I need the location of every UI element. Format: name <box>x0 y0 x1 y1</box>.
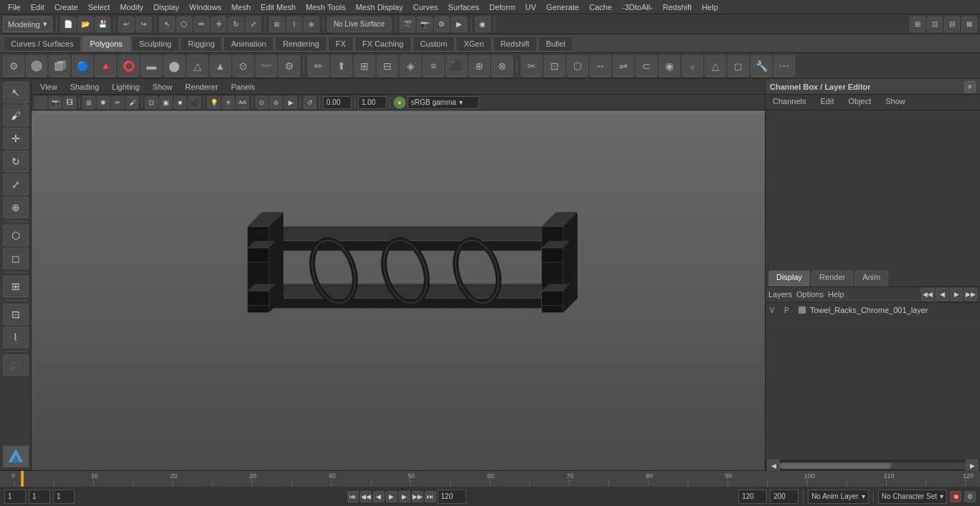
viewport-canvas[interactable]: persp <box>32 111 765 470</box>
menu-mesh-display[interactable]: Mesh Display <box>351 1 408 13</box>
anim-go-start[interactable]: ⏮ <box>347 491 359 502</box>
menu-modify[interactable]: Modify <box>115 1 148 13</box>
universal-tool[interactable]: ⊕ <box>3 197 29 218</box>
timeline-ruler[interactable] <box>0 471 980 487</box>
layer-visibility[interactable]: V <box>770 306 780 314</box>
shelf-fill[interactable]: ⬛ <box>446 55 467 77</box>
shelf-cylinder[interactable]: 🔵 <box>72 55 93 77</box>
tab-redshift[interactable]: Redshift <box>493 36 537 52</box>
ch-tab-show[interactable]: Show <box>878 95 913 110</box>
vp-menu-view[interactable]: View <box>34 81 63 93</box>
maya-logo[interactable] <box>3 446 29 467</box>
shelf-settings[interactable]: ⚙ <box>3 55 24 77</box>
anim-step-back[interactable]: ◀◀ <box>360 491 372 502</box>
vp-lighting-toggle[interactable]: 💡 <box>207 96 220 109</box>
frame-field1[interactable]: 1 <box>4 489 26 504</box>
save-file-btn[interactable]: 💾 <box>95 17 110 32</box>
menu-edit[interactable]: Edit <box>26 1 50 13</box>
vp-menu-lighting[interactable]: Lighting <box>106 81 146 93</box>
tab-curves-surfaces[interactable]: Curves / Surfaces <box>3 36 81 52</box>
ch-tab-object[interactable]: Object <box>841 95 878 110</box>
layout-btn3[interactable]: ⊟ <box>944 17 960 32</box>
shelf-bevel[interactable]: ◈ <box>400 55 421 77</box>
menu-curves[interactable]: Curves <box>408 1 443 13</box>
vp-xray[interactable]: ⊘ <box>270 96 283 109</box>
no-character-set-dropdown[interactable]: No Character Set ▾ <box>878 489 947 504</box>
ch-tab-edit[interactable]: Edit <box>813 95 841 110</box>
vp-camera-icon[interactable]: 🎥 <box>34 96 47 109</box>
layer-btn-next[interactable]: ▶ <box>950 288 963 301</box>
vp-menu-renderer[interactable]: Renderer <box>179 81 224 93</box>
redo-btn[interactable]: ↪ <box>136 17 151 32</box>
vp-shadow[interactable]: ☀ <box>222 96 235 109</box>
vp-playblast[interactable]: ▶ <box>284 96 297 109</box>
anim-go-end[interactable]: ⏭ <box>425 491 436 502</box>
menu-deform[interactable]: Deform <box>484 1 520 13</box>
tab-rendering[interactable]: Rendering <box>275 36 327 52</box>
vp-menu-shading[interactable]: Shading <box>65 81 105 93</box>
vp-cam3[interactable]: 🎞 <box>63 96 76 109</box>
vp-menu-panels[interactable]: Panels <box>225 81 261 93</box>
preferences-btn[interactable]: ⚙ <box>964 491 976 502</box>
rotate-btn[interactable]: ↻ <box>228 17 244 32</box>
no-anim-layer-dropdown[interactable]: No Anim Layer ▾ <box>808 489 869 504</box>
snap-point-btn[interactable]: ⊕ <box>303 17 319 32</box>
shelf-combine[interactable]: ⊞ <box>354 55 375 77</box>
tab-sculpting[interactable]: Sculpting <box>131 36 179 52</box>
layer-tab-anim[interactable]: Anim <box>854 271 888 286</box>
frame-field3[interactable]: 1 <box>53 489 75 504</box>
render-snapshot-btn[interactable]: 📷 <box>417 17 433 32</box>
shelf-disk[interactable]: ⬤ <box>164 55 185 77</box>
vp-textured[interactable]: ⬛ <box>188 96 201 109</box>
vp-aa[interactable]: AA <box>236 96 249 109</box>
anim-step-fwd[interactable]: ▶▶ <box>412 491 423 502</box>
shelf-pencil[interactable]: ✏ <box>308 55 329 77</box>
camera-tool[interactable]: 🎥 <box>3 355 29 376</box>
select-tool-btn[interactable]: ↖ <box>159 17 175 32</box>
menu-3dtool[interactable]: -3DtoAll- <box>617 1 658 13</box>
anim-next[interactable]: ▶ <box>399 491 410 502</box>
shelf-quad[interactable]: ◻ <box>727 55 749 77</box>
no-live-surface-btn[interactable]: No Live Surface <box>327 17 392 32</box>
layer-btn-last[interactable]: ▶▶ <box>964 288 977 301</box>
tab-fx-caching[interactable]: FX Caching <box>354 36 411 52</box>
move-btn[interactable]: ✛ <box>211 17 227 32</box>
shelf-prism[interactable]: △ <box>187 55 208 77</box>
layer-btn-first[interactable]: ◀◀ <box>921 288 934 301</box>
vp-bookmark[interactable]: ⊞ <box>83 96 95 109</box>
shelf-plane[interactable]: ▬ <box>141 55 162 77</box>
paint-select[interactable]: 🖌 <box>3 105 29 126</box>
menu-redshift[interactable]: Redshift <box>658 1 697 13</box>
move-tool[interactable]: ✛ <box>3 128 29 149</box>
vp-menu-show[interactable]: Show <box>147 81 179 93</box>
anim-play[interactable]: ▶ <box>386 491 397 502</box>
layer-row[interactable]: V P Towel_Racks_Chrome_001_layer <box>765 303 980 319</box>
workspace-dropdown[interactable]: Modeling ▾ <box>3 17 52 32</box>
layer-tab-render[interactable]: Render <box>811 271 853 286</box>
open-file-btn[interactable]: 📂 <box>77 17 93 32</box>
scale-tool[interactable]: ⤢ <box>3 174 29 195</box>
auto-key-btn[interactable]: ⏺ <box>950 491 961 502</box>
vp-paint[interactable]: 🖌 <box>126 96 138 109</box>
shelf-multi-cut[interactable]: ✂ <box>521 55 542 77</box>
tab-custom[interactable]: Custom <box>413 36 456 52</box>
vp-isolate[interactable]: ⊙ <box>255 96 268 109</box>
shelf-bool[interactable]: ⊂ <box>636 55 657 77</box>
shelf-extrude[interactable]: ⬆ <box>331 55 352 77</box>
vp-wireframe[interactable]: ▣ <box>159 96 172 109</box>
vp-shaded[interactable]: ■ <box>174 96 187 109</box>
vp-reset[interactable]: ↺ <box>303 96 316 109</box>
menu-select[interactable]: Select <box>83 1 116 13</box>
display-settings-btn[interactable]: ◉ <box>475 17 491 32</box>
menu-create[interactable]: Create <box>50 1 83 13</box>
menu-file[interactable]: File <box>3 1 26 13</box>
snap-grid[interactable]: ⊡ <box>3 304 29 325</box>
shelf-smooth[interactable]: ◉ <box>659 55 680 77</box>
menu-mesh-tools[interactable]: Mesh Tools <box>301 1 350 13</box>
tab-xgen[interactable]: XGen <box>456 36 491 52</box>
vp-brush[interactable]: ✏ <box>111 96 124 109</box>
shelf-triangulate[interactable]: △ <box>705 55 726 77</box>
vp-colorspace-dropdown[interactable]: sRGB gamma ▾ <box>407 96 479 109</box>
menu-cache[interactable]: Cache <box>584 1 617 13</box>
anim-prev[interactable]: ◀ <box>373 491 385 502</box>
